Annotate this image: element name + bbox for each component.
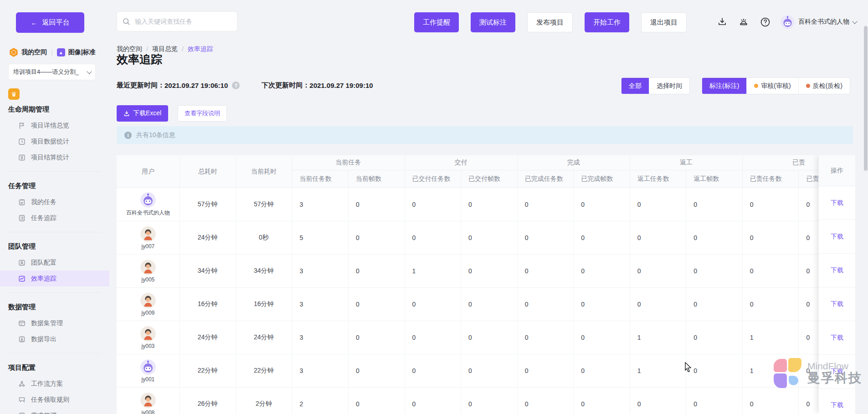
avatar — [140, 192, 156, 208]
value-cell: 0 — [517, 188, 574, 221]
breadcrumb-separator: / — [182, 46, 184, 53]
efficiency-table: 用户总耗时当前耗时当前任务交付完成返工已责当前任务数当前帧数已交付任务数已交付帧… — [117, 155, 855, 414]
download-excel-button[interactable]: 下载Excel — [117, 105, 168, 122]
sidebar-item-team-config[interactable]: 团队配置 — [0, 255, 109, 271]
value-cell: 0 — [461, 354, 518, 388]
user-cell: jy003 — [117, 321, 180, 354]
update-help-icon[interactable]: ? — [232, 82, 240, 89]
header-group: 交付 — [405, 155, 517, 170]
alarm-icon[interactable] — [738, 16, 750, 28]
sidebar-divider — [8, 232, 101, 232]
project-selector[interactable]: 培训项目4——语义分割_ — [8, 64, 96, 80]
user-name: 百科全书式的人物 — [126, 209, 170, 217]
header-subcolumn: 已完成任务数 — [517, 170, 574, 188]
user-menu[interactable]: 百科全书式的人物 — [781, 15, 857, 29]
info-icon: i — [124, 132, 132, 139]
sidebar-item-workflow-plan[interactable]: 工作流方案 — [0, 376, 109, 392]
exit-project-button[interactable]: 退出项目 — [641, 12, 687, 32]
sidebar-item-my-tasks[interactable]: 我的任务 — [0, 194, 109, 210]
value-cell: 0 — [742, 221, 799, 255]
info-text: 共有10条信息 — [136, 131, 175, 139]
vertical-scrollbar[interactable] — [864, 26, 868, 171]
value-cell: 0 — [405, 188, 461, 221]
chevron-down-icon — [852, 19, 857, 24]
action-cell: 下载 — [819, 220, 855, 254]
filter-all[interactable]: 全部 — [621, 78, 649, 94]
value-cell: 0 — [686, 354, 743, 388]
filter-annotation[interactable]: 标注(标注) — [702, 78, 747, 94]
header-subcolumn: 返工任务数 — [630, 170, 686, 188]
download-excel-label: 下载Excel — [133, 109, 161, 118]
watermark-brand: MindFlow — [807, 361, 862, 371]
user-cell: jy009 — [117, 288, 180, 321]
download-link[interactable]: 下载 — [831, 266, 843, 275]
publish-project-button[interactable]: 发布项目 — [527, 12, 573, 32]
sidebar-item-task-tracking[interactable]: 任务追踪 — [0, 210, 109, 226]
stat-clock-icon — [18, 138, 26, 145]
time-cell: 2分钟 — [236, 388, 292, 414]
value-cell: 0 — [517, 354, 574, 388]
avatar — [140, 326, 156, 342]
header-subcolumn: 已交付任务数 — [405, 170, 461, 188]
download-link[interactable]: 下载 — [831, 233, 843, 241]
filter-qc[interactable]: 质检(质检) — [799, 78, 850, 94]
value-cell: 0 — [461, 188, 518, 221]
value-cell: 0 — [630, 388, 686, 414]
start-work-button[interactable]: 开始工作 — [585, 12, 629, 32]
help-icon[interactable] — [759, 16, 771, 28]
sidebar-item-label: 任务领取规则 — [31, 396, 69, 404]
user-name: jy008 — [142, 409, 155, 414]
workspace-label[interactable]: 我的空间 — [21, 48, 47, 56]
teamcfg-icon — [18, 259, 26, 266]
work-reminder-button[interactable]: 工作提醒 — [414, 12, 459, 32]
sidebar-section-title: 任务管理 — [0, 178, 109, 194]
value-cell: 0 — [517, 288, 574, 321]
sidebar-divider — [8, 171, 101, 172]
value-cell: 0 — [574, 188, 630, 221]
filter-select-time[interactable]: 选择时间 — [649, 78, 689, 94]
topbar-icons: 百科全书式的人物 — [716, 14, 857, 30]
status-dot-icon — [806, 84, 810, 88]
mytask-icon — [18, 199, 26, 206]
time-cell: 57分钟 — [180, 188, 236, 221]
breadcrumb-item[interactable]: 效率追踪 — [188, 45, 213, 53]
sidebar-item-demand-management[interactable]: 需求管理 — [0, 408, 109, 414]
sidebar-item-data-export[interactable]: 数据导出 — [0, 331, 109, 347]
time-cell: 24分钟 — [180, 321, 236, 354]
settle-icon — [18, 154, 26, 161]
time-cell: 16分钟 — [180, 288, 236, 321]
sidebar-item-project-settlement-stats[interactable]: 项目结算统计 — [0, 149, 109, 165]
role-filter-group: 标注(标注)审核(审核)质检(质检) — [702, 77, 850, 94]
value-cell: 0 — [461, 288, 518, 321]
avatar — [140, 359, 156, 375]
user-cell: jy008 — [117, 388, 180, 414]
header-col-total-time: 总耗时 — [180, 155, 236, 188]
value-cell: 0 — [349, 288, 405, 321]
download-link[interactable]: 下载 — [831, 334, 843, 342]
sidebar-item-project-data-stats[interactable]: 项目数据统计 — [0, 133, 109, 149]
time-cell: 34分钟 — [180, 255, 236, 288]
header-subcolumn: 当前帧数 — [349, 170, 405, 188]
download-link[interactable]: 下载 — [831, 401, 843, 409]
info-bar: i 共有10条信息 — [117, 126, 853, 144]
action-cell: 下载 — [819, 287, 855, 321]
value-cell: 0 — [574, 221, 630, 255]
download-link[interactable]: 下载 — [831, 300, 843, 308]
time-cell: 22分钟 — [236, 354, 292, 388]
sidebar-item-dataset-management[interactable]: 数据集管理 — [0, 315, 109, 331]
download-icon[interactable] — [716, 16, 728, 28]
download-link[interactable]: 下载 — [831, 199, 843, 207]
value-cell: 0 — [574, 354, 630, 388]
filter-review[interactable]: 审核(审核) — [747, 78, 798, 94]
sidebar-item-efficiency-tracking[interactable]: 效率追踪 — [0, 271, 109, 286]
sidebar-section-title: 生命周期管理 — [0, 101, 109, 118]
test-annotation-button[interactable]: 测试标注 — [471, 12, 515, 32]
task-search-input[interactable] — [134, 17, 231, 26]
value-cell: 0 — [630, 255, 686, 288]
next-update-label: 下次更新时间： — [262, 81, 309, 90]
sidebar-item-task-claim-rules[interactable]: 任务领取规则 — [0, 392, 109, 408]
sidebar-item-label: 任务追踪 — [31, 214, 56, 222]
view-field-help-button[interactable]: 查看字段说明 — [178, 105, 227, 122]
crown-badge-icon[interactable]: ♛ — [8, 88, 20, 100]
sidebar-item-project-detail-overview[interactable]: 项目详情总览 — [0, 118, 109, 133]
